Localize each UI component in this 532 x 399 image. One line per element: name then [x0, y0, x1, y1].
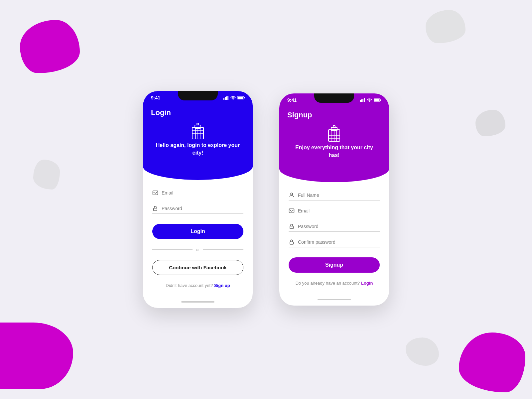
- decoration-blob-bottom-left: [0, 323, 73, 389]
- signup-status-icons: [360, 98, 381, 102]
- svg-rect-1: [225, 97, 226, 100]
- svg-rect-2: [226, 96, 227, 100]
- svg-rect-18: [360, 100, 361, 102]
- login-home-indicator: [181, 301, 214, 303]
- email-input-group: [152, 190, 243, 198]
- login-form: Login or Continue with Facebook Didn't h…: [143, 180, 253, 297]
- login-time: 9:41: [151, 95, 160, 100]
- decoration-blob-mid-right: [475, 110, 505, 136]
- lock-icon: [152, 205, 158, 211]
- person-icon: [289, 192, 295, 198]
- login-button[interactable]: Login: [152, 224, 243, 239]
- wifi-icon: [367, 98, 372, 102]
- email-icon-signup: [289, 208, 295, 214]
- svg-rect-6: [238, 97, 243, 99]
- svg-rect-24: [374, 99, 379, 101]
- building-icon-signup: [326, 125, 342, 141]
- signup-time: 9:41: [287, 97, 297, 103]
- password-input-group: [152, 205, 243, 214]
- decoration-blob-bottom-right: [459, 332, 525, 392]
- fullname-field[interactable]: [298, 193, 380, 198]
- decoration-blob-top-left: [20, 20, 80, 73]
- building-icon-login: [190, 122, 206, 139]
- login-link[interactable]: Login: [361, 281, 373, 286]
- divider-text: or: [196, 247, 200, 252]
- signal-icon: [223, 96, 229, 100]
- signup-title: Signup: [279, 105, 389, 119]
- login-status-icons: [223, 96, 245, 100]
- login-notch: [178, 91, 218, 100]
- confirm-password-input-group: [289, 239, 380, 247]
- signup-bottom-text: Do you already have an account? Login: [289, 281, 380, 288]
- svg-point-15: [197, 123, 199, 125]
- signal-icon: [360, 98, 365, 102]
- lock-icon-confirm: [289, 239, 295, 245]
- decoration-blob-top-right: [426, 10, 466, 43]
- svg-rect-17: [154, 208, 157, 211]
- svg-rect-20: [362, 99, 363, 102]
- svg-rect-19: [361, 99, 362, 102]
- signup-notch: [314, 93, 354, 103]
- signup-password-input-group: [289, 223, 380, 232]
- svg-rect-35: [289, 209, 294, 213]
- decoration-blob-mid-left: [33, 160, 60, 190]
- signup-phone: 9:41 Signup: [279, 93, 389, 306]
- signup-password-field[interactable]: [298, 224, 380, 229]
- signup-home-indicator: [318, 299, 351, 300]
- login-phone: 9:41: [143, 91, 253, 308]
- signup-email-field[interactable]: [298, 208, 380, 213]
- phones-container: 9:41: [143, 91, 389, 308]
- battery-icon: [237, 96, 245, 100]
- svg-rect-36: [290, 226, 294, 229]
- svg-rect-16: [153, 191, 158, 195]
- signup-form: Signup Do you already have an account? L…: [279, 182, 389, 295]
- signup-button[interactable]: Signup: [289, 257, 380, 273]
- login-title: Login: [143, 103, 253, 117]
- email-icon: [152, 190, 158, 196]
- signup-link[interactable]: Sign up: [214, 283, 230, 288]
- svg-rect-5: [244, 97, 245, 98]
- wifi-icon: [230, 96, 236, 100]
- divider: or: [152, 247, 243, 252]
- confirm-password-field[interactable]: [298, 239, 380, 245]
- signup-header: Signup Enjoy everything that your city h…: [279, 105, 389, 182]
- login-header: Login Hello again, login to explore your…: [143, 103, 253, 180]
- password-field[interactable]: [162, 206, 243, 211]
- svg-rect-3: [227, 96, 228, 100]
- facebook-button[interactable]: Continue with Facebook: [152, 260, 243, 275]
- signup-subtitle: Enjoy everything that your city has!: [279, 144, 389, 166]
- login-bottom-text: Didn't have account yet? Sign up: [152, 283, 243, 291]
- battery-icon: [374, 98, 381, 102]
- email-field[interactable]: [162, 190, 243, 196]
- signup-email-input-group: [289, 208, 380, 216]
- svg-rect-21: [364, 98, 365, 102]
- svg-rect-0: [223, 98, 224, 100]
- svg-rect-37: [290, 242, 294, 244]
- svg-point-34: [291, 193, 293, 195]
- svg-point-33: [333, 125, 335, 127]
- lock-icon-signup: [289, 223, 295, 229]
- svg-rect-23: [380, 99, 381, 101]
- decoration-blob-bottom-mid: [406, 337, 439, 366]
- fullname-input-group: [289, 192, 380, 200]
- login-subtitle: Hello again, login to explore your city!: [143, 142, 253, 163]
